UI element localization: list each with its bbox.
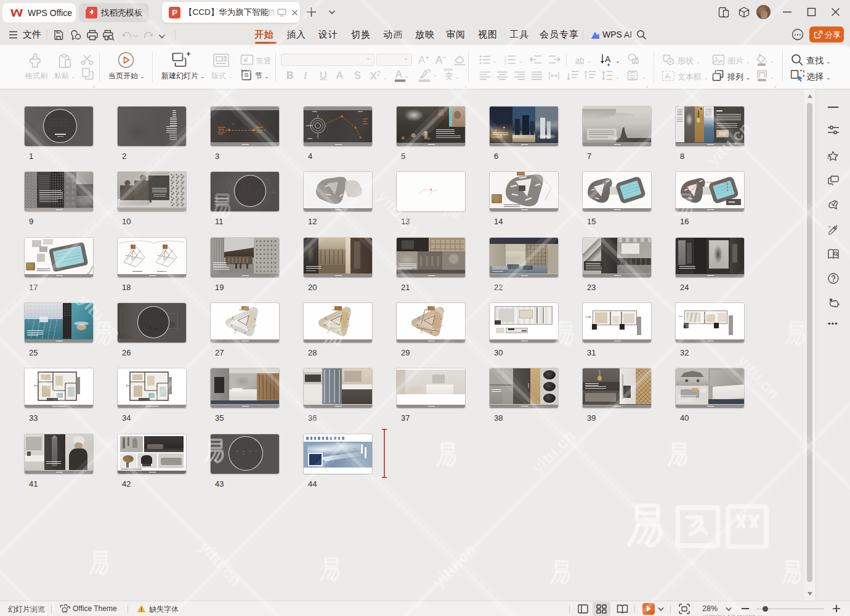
svg-text:A: A — [665, 72, 670, 81]
svg-text:A: A — [605, 54, 611, 64]
svg-text:3: 3 — [504, 62, 507, 65]
